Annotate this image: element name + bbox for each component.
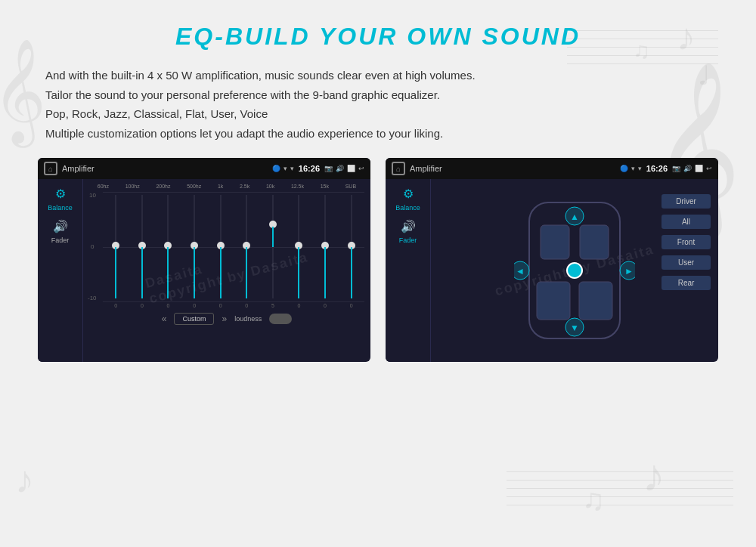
fader-balance-label: Balance xyxy=(395,204,420,212)
user-button[interactable]: User xyxy=(662,255,711,270)
screenshots-row: ⌂ Amplifier 🔵 ▾ ▾ 16:26 📷 🔊 ⬜ ↩ xyxy=(38,158,718,362)
fader-screen-body: ⚙ Balance 🔊 Fader xyxy=(386,179,718,362)
wifi-icon: ▾ xyxy=(290,165,294,172)
svg-text:▼: ▼ xyxy=(570,323,579,333)
eq-sliders-row xyxy=(103,192,364,301)
fader-bluetooth-icon: 🔵 xyxy=(620,165,628,172)
speaker-buttons: Driver All Front User Rear xyxy=(662,194,711,290)
eq-slider-10[interactable] xyxy=(338,192,364,301)
bluetooth-icon: 🔵 xyxy=(272,165,280,172)
fader-camera-icon: 📷 xyxy=(672,165,680,172)
fader-left-sidebar: ⚙ Balance 🔊 Fader xyxy=(386,179,431,362)
eq-status-time: 16:26 xyxy=(299,164,320,173)
content-wrapper: EQ-BUILD YOUR OWN SOUND And with the bui… xyxy=(0,0,756,377)
eq-val-3: 0 xyxy=(167,303,170,308)
eq-label-10: 10 xyxy=(89,192,96,199)
eq-screenshot: ⌂ Amplifier 🔵 ▾ ▾ 16:26 📷 🔊 ⬜ ↩ xyxy=(38,158,370,362)
expand-icon: ⬜ xyxy=(347,165,355,172)
eq-val-9: 0 xyxy=(324,303,327,308)
all-button[interactable]: All xyxy=(662,215,711,229)
freq-2k5: 2.5k xyxy=(240,184,249,189)
eq-slider-6[interactable] xyxy=(234,192,260,301)
eq-val-8: 0 xyxy=(298,303,301,308)
freq-12k5: 12.5k xyxy=(291,184,304,189)
svg-rect-3 xyxy=(537,282,570,320)
eq-slider-8[interactable] xyxy=(286,192,312,301)
svg-text:◄: ◄ xyxy=(516,266,525,277)
eq-status-icons: 🔵 ▾ ▾ xyxy=(272,165,294,172)
eq-screen-body: ⚙ Balance 🔊 Fader 60hz 100hz 200hz 500hz… xyxy=(38,179,370,362)
rear-button[interactable]: Rear xyxy=(662,276,711,290)
fader-status-icons: 🔵 ▾ ▾ xyxy=(620,165,642,172)
next-arrow-icon[interactable]: » xyxy=(222,314,227,324)
svg-rect-4 xyxy=(579,282,612,320)
camera-icon: 📷 xyxy=(324,165,333,172)
fader-volume-icon[interactable]: 🔊 xyxy=(401,219,416,233)
fader-status-bar: ⌂ Amplifier 🔵 ▾ ▾ 16:26 📷 🔊 ⬜ ↩ xyxy=(386,158,718,179)
eq-slider-7[interactable] xyxy=(260,192,287,301)
eq-slider-4[interactable] xyxy=(181,192,208,301)
freq-10k: 10k xyxy=(266,184,274,189)
driver-button[interactable]: Driver xyxy=(662,194,711,209)
svg-text:▲: ▲ xyxy=(570,212,579,222)
eq-val-4: 0 xyxy=(193,303,196,308)
freq-100hz: 100hz xyxy=(125,184,140,189)
eq-sliders-icon[interactable]: ⚙ xyxy=(55,187,66,201)
fader-panel: ▲ ▼ ◄ ► Driver xyxy=(431,179,718,362)
eq-label-neg10: -10 xyxy=(88,295,97,301)
prev-arrow-icon[interactable]: « xyxy=(162,314,167,324)
fader-home-icon[interactable]: ⌂ xyxy=(392,162,405,175)
fader-signal-icon: ▾ xyxy=(631,165,635,172)
loudness-toggle[interactable] xyxy=(269,314,292,324)
eq-slider-1[interactable] xyxy=(103,192,129,301)
signal-icon: ▾ xyxy=(284,165,287,172)
eq-val-5: 0 xyxy=(219,303,222,308)
description-section: And with the built-in 4 x 50 W amplifica… xyxy=(45,66,711,143)
eq-grid-container: 10 0 -10 xyxy=(89,192,364,301)
eq-val-2: 0 xyxy=(141,303,144,308)
eq-volume-icon[interactable]: 🔊 xyxy=(53,219,68,233)
eq-slider-5[interactable] xyxy=(207,192,234,301)
eq-val-6: 0 xyxy=(245,303,248,308)
eq-slider-2[interactable] xyxy=(129,192,156,301)
front-button[interactable]: Front xyxy=(662,235,711,249)
eq-values-row: 0 0 0 0 0 0 5 0 0 0 xyxy=(89,303,364,308)
eq-slider-9[interactable] xyxy=(312,192,339,301)
eq-val-7: 5 xyxy=(271,303,274,308)
eq-bottom-bar: « Custom » loudness xyxy=(89,313,364,325)
car-diagram: ▲ ▼ ◄ ► xyxy=(514,195,635,346)
fader-sliders-icon[interactable]: ⚙ xyxy=(403,187,414,201)
vol-icon: 🔊 xyxy=(336,165,344,172)
main-title: EQ-BUILD YOUR OWN SOUND xyxy=(30,23,726,51)
eq-val-10: 0 xyxy=(350,303,353,308)
fader-right-icons: 📷 🔊 ⬜ ↩ xyxy=(672,165,712,172)
freq-200hz: 200hz xyxy=(156,184,170,189)
eq-label-0: 0 xyxy=(91,243,94,250)
fader-status-time: 16:26 xyxy=(646,164,668,173)
freq-1k: 1k xyxy=(218,184,223,189)
desc-line-4: Multiple customization options let you a… xyxy=(45,124,711,144)
fader-wifi-icon: ▾ xyxy=(638,165,642,172)
eq-right-icons: 📷 🔊 ⬜ ↩ xyxy=(324,165,364,172)
freq-500hz: 500hz xyxy=(187,184,201,189)
freq-sub: SUB xyxy=(345,184,356,189)
eq-balance-label: Balance xyxy=(48,204,73,212)
eq-slider-3[interactable] xyxy=(155,192,181,301)
eq-panel: 60hz 100hz 200hz 500hz 1k 2.5k 10k 12.5k… xyxy=(83,179,370,362)
custom-button[interactable]: Custom xyxy=(174,313,214,325)
eq-val-1: 0 xyxy=(114,303,117,308)
desc-line-3: Pop, Rock, Jazz, Classical, Flat, User, … xyxy=(45,104,711,124)
eq-home-icon[interactable]: ⌂ xyxy=(44,162,57,175)
back-icon[interactable]: ↩ xyxy=(358,165,364,172)
fader-expand-icon: ⬜ xyxy=(695,165,703,172)
loudness-label: loudness xyxy=(234,315,262,323)
desc-line-1: And with the built-in 4 x 50 W amplifica… xyxy=(45,66,711,85)
fader-back-icon[interactable]: ↩ xyxy=(706,165,712,172)
fader-fader-label: Fader xyxy=(399,236,417,244)
svg-point-13 xyxy=(567,263,582,278)
freq-60hz: 60hz xyxy=(98,184,109,189)
fader-screenshot: ⌂ Amplifier 🔵 ▾ ▾ 16:26 📷 🔊 ⬜ ↩ xyxy=(386,158,718,362)
desc-line-2: Tailor the sound to your personal prefer… xyxy=(45,85,711,105)
eq-freq-labels: 60hz 100hz 200hz 500hz 1k 2.5k 10k 12.5k… xyxy=(89,184,364,189)
eq-status-title: Amplifier xyxy=(62,164,268,173)
